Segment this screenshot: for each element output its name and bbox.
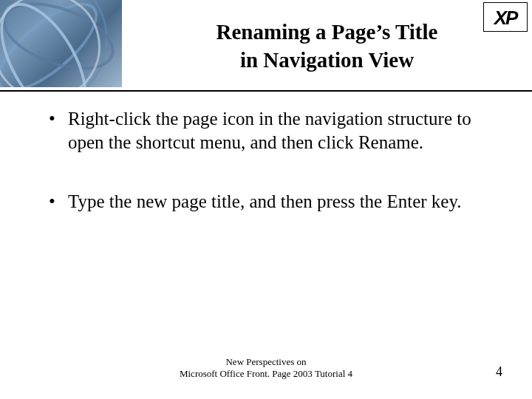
list-item: Right-click the page icon in the navigat… [44,107,495,154]
page-number: 4 [496,364,502,380]
footer-line-2: Microsoft Office Front. Page 2003 Tutori… [180,368,352,379]
slide-footer: New Perspectives on Microsoft Office Fro… [0,356,532,386]
slide-title: Renaming a Page’s Title in Navigation Vi… [122,0,532,81]
slide-header: XP Renaming a Page’s Title in Navigation… [0,0,532,81]
title-line-1: Renaming a Page’s Title [216,20,438,44]
bullet-list: Right-click the page icon in the navigat… [44,107,495,214]
list-item: Type the new page title, and then press … [44,190,495,214]
title-line-2: in Navigation View [240,48,414,72]
xp-badge: XP [483,2,528,32]
header-underline [0,90,532,92]
footer-line-1: New Perspectives on [225,356,306,367]
decorative-sphere-image [0,0,122,87]
slide-body: Right-click the page icon in the navigat… [0,81,532,214]
